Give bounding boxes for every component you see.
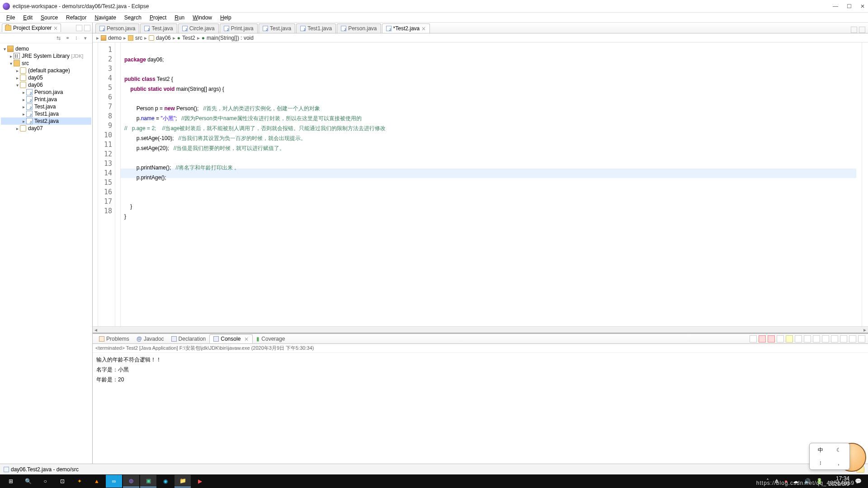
code-content[interactable]: package day06; public class Test2 { publ… xyxy=(121,42,862,326)
view-menu-icon[interactable]: ▾ xyxy=(82,35,89,42)
clear-console-button[interactable] xyxy=(786,335,793,343)
java-file-icon xyxy=(26,96,33,103)
collapse-all-icon[interactable]: ⇆ xyxy=(55,35,61,42)
java-file-icon xyxy=(182,26,188,31)
menu-refactor[interactable]: Refactor xyxy=(62,14,90,22)
console-output[interactable]: 输入的年龄不符合逻辑！！ 名字是：小黑 年龄是：20 xyxy=(93,353,868,464)
window-title: eclipse-workspace - demo/src/day06/Test2… xyxy=(13,3,833,9)
tree-src[interactable]: src xyxy=(22,60,29,66)
menu-search[interactable]: Search xyxy=(121,14,145,22)
editor-tab[interactable]: Print.java xyxy=(220,23,258,33)
java-file-icon xyxy=(4,467,9,472)
taskbar-app[interactable]: ◉ xyxy=(157,475,174,488)
minimize-view-button[interactable] xyxy=(76,25,82,31)
java-file-icon xyxy=(26,118,33,124)
menu-window[interactable]: Window xyxy=(189,14,216,22)
tab-problems[interactable]: Problems xyxy=(95,335,133,343)
minimize-button[interactable]: — xyxy=(833,4,838,9)
minimize-editor-button[interactable] xyxy=(851,27,857,33)
tab-console[interactable]: Console⨯ xyxy=(209,334,253,343)
java-file-icon xyxy=(224,26,229,31)
notification-icon[interactable]: 💬 xyxy=(855,478,862,484)
menu-source[interactable]: Source xyxy=(37,14,61,22)
breadcrumb[interactable]: ▸demo ▸src ▸day06 ▸●Test2 ▸●main(String[… xyxy=(93,33,868,42)
display-console-button[interactable] xyxy=(822,335,829,343)
java-file-icon xyxy=(386,26,392,31)
new-console-button[interactable] xyxy=(840,335,847,343)
taskbar-eclipse[interactable]: ◍ xyxy=(123,475,139,488)
tree-file[interactable]: Person.java xyxy=(34,89,63,95)
overview-ruler[interactable] xyxy=(862,42,868,326)
windows-taskbar: ⊞ 🔍 ○ ⊡ ✦ ▲ ∞ ◍ ▣ ◉ 📁 ▶ ˄ ⋔ ● ☁ 🔊 🔋 17:3… xyxy=(0,474,868,488)
pin-console-button[interactable] xyxy=(813,335,820,343)
project-explorer: Project Explorer ⨯ ⇆ ⚭ ⫶ ▾ ▾demo ▸JRE Sy… xyxy=(0,23,93,464)
menu-file[interactable]: File xyxy=(3,14,19,22)
open-console-button[interactable] xyxy=(831,335,838,343)
minimize-panel-button[interactable] xyxy=(849,335,856,343)
editor-tab-bar: Person.java Test.java Circle.java Print.… xyxy=(93,23,868,33)
start-button[interactable]: ⊞ xyxy=(3,475,19,488)
search-button[interactable]: 🔍 xyxy=(20,475,36,488)
menu-project[interactable]: Project xyxy=(146,14,170,22)
horizontal-scrollbar[interactable]: ◂▸ xyxy=(93,326,868,333)
editor-tab[interactable]: Person.java xyxy=(95,23,139,33)
close-icon[interactable]: ⨯ xyxy=(421,25,426,32)
editor-tab[interactable]: Person.java xyxy=(337,23,381,33)
maximize-view-button[interactable] xyxy=(84,25,90,31)
editor-tab[interactable]: Circle.java xyxy=(178,23,219,33)
taskbar-app[interactable]: ∞ xyxy=(106,475,122,488)
remove-launch-button[interactable] xyxy=(777,335,784,343)
link-editor-icon[interactable]: ⚭ xyxy=(64,35,71,42)
taskbar-app[interactable]: ▣ xyxy=(140,475,156,488)
explorer-tab[interactable]: Project Explorer ⨯ xyxy=(2,23,61,32)
menu-help[interactable]: Help xyxy=(217,14,235,22)
editor-tab[interactable]: Test.java xyxy=(259,23,295,33)
ime-panel[interactable]: 中☾ ⁝, xyxy=(809,443,850,470)
tree-file[interactable]: Print.java xyxy=(34,96,57,103)
taskview-button[interactable]: ⊡ xyxy=(54,475,71,488)
console-tool[interactable] xyxy=(750,335,757,343)
close-icon[interactable]: ⨯ xyxy=(53,25,58,31)
taskbar-app[interactable]: ▶ xyxy=(192,475,208,488)
tab-javadoc[interactable]: @Javadoc xyxy=(133,335,168,343)
close-button[interactable]: ✕ xyxy=(860,4,865,9)
tree-day05[interactable]: day05 xyxy=(28,75,43,81)
terminate-all-button[interactable] xyxy=(768,335,775,343)
scroll-lock-button[interactable] xyxy=(795,335,802,343)
maximize-button[interactable]: ☐ xyxy=(846,4,852,9)
menu-edit[interactable]: Edit xyxy=(19,14,36,22)
terminate-button[interactable] xyxy=(759,335,766,343)
taskbar-app[interactable]: ▲ xyxy=(89,475,105,488)
tree-jre[interactable]: JRE System Library xyxy=(22,53,70,59)
watermark: https://blog.csdn.net/qq_43514659 xyxy=(756,480,854,486)
maximize-panel-button[interactable] xyxy=(858,335,865,343)
taskbar-app[interactable]: ✦ xyxy=(71,475,88,488)
editor-tab[interactable]: Test.java xyxy=(140,23,177,33)
tree-day07[interactable]: day07 xyxy=(28,125,43,131)
java-file-icon xyxy=(263,26,268,31)
console-header: <terminated> Test2 [Java Application] F:… xyxy=(93,344,868,353)
package-icon xyxy=(20,82,26,88)
tree-file-selected[interactable]: Test2.java xyxy=(34,118,59,124)
filter-icon[interactable]: ⫶ xyxy=(73,35,80,42)
tree-project[interactable]: demo xyxy=(15,46,29,52)
word-wrap-button[interactable] xyxy=(804,335,811,343)
tree-day06[interactable]: day06 xyxy=(28,82,43,88)
folder-icon xyxy=(14,60,20,66)
code-editor[interactable]: 123456789101112131415161718 package day0… xyxy=(93,42,868,326)
editor-tab[interactable]: Test1.java xyxy=(296,23,336,33)
project-tree[interactable]: ▾demo ▸JRE System Library [JDK] ▾src ▸(d… xyxy=(0,43,92,464)
menu-run[interactable]: Run xyxy=(171,14,188,22)
cortana-button[interactable]: ○ xyxy=(37,475,53,488)
maximize-editor-button[interactable] xyxy=(859,27,865,33)
tree-file[interactable]: Test.java xyxy=(34,103,56,110)
tree-pkg-default[interactable]: (default package) xyxy=(28,67,70,74)
tab-declaration[interactable]: Declaration xyxy=(168,335,210,343)
editor-tab-active[interactable]: *Test2.java⨯ xyxy=(382,23,430,33)
tree-file[interactable]: Test1.java xyxy=(34,111,59,117)
status-bar: day06.Test2.java - demo/src xyxy=(0,464,868,474)
taskbar-explorer[interactable]: 📁 xyxy=(175,475,191,488)
tab-coverage[interactable]: ▮Coverage xyxy=(253,335,288,343)
menu-navigate[interactable]: Navigate xyxy=(91,14,119,22)
status-path: day06.Test2.java - demo/src xyxy=(11,466,79,473)
